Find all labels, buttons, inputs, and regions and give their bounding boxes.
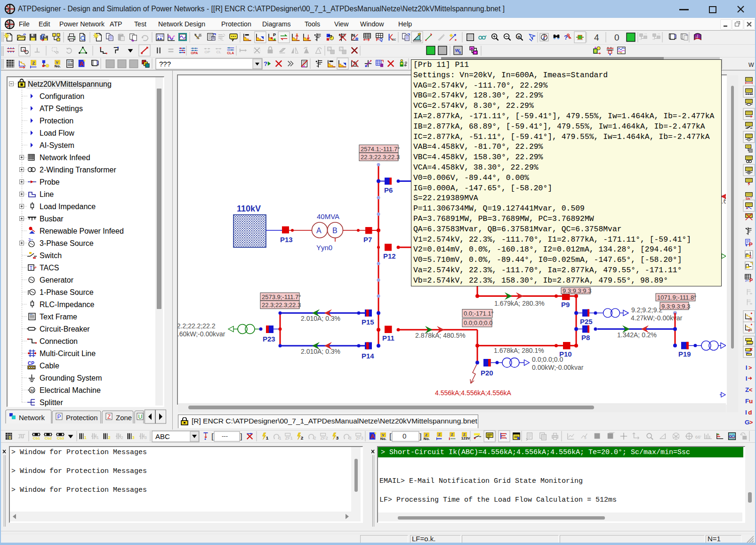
- svg-text:P15: P15: [362, 318, 374, 326]
- svg-text:Z: Z: [745, 386, 749, 393]
- svg-text:No.: No.: [424, 437, 430, 441]
- svg-text:Cb2: Cb2: [45, 436, 52, 440]
- svg-text:1: 1: [84, 435, 87, 440]
- svg-text:1.679kA; 280.3%: 1.679kA; 280.3%: [494, 300, 545, 307]
- svg-text:P11: P11: [382, 334, 394, 342]
- svg-text:2.010A; 0.3%: 2.010A; 0.3%: [301, 315, 340, 322]
- svg-text:22.3;22.3;22.3: 22.3;22.3;22.3: [262, 301, 301, 309]
- svg-text:40MVA: 40MVA: [317, 212, 339, 220]
- svg-text:Cb1: Cb1: [33, 436, 40, 440]
- svg-text:0.0;0.0;0.0: 0.0;0.0;0.0: [464, 319, 492, 326]
- svg-text:1071.9;-111.8°: 1071.9;-111.8°: [657, 294, 697, 301]
- svg-text:3: 3: [145, 435, 147, 440]
- svg-text:P7: P7: [363, 236, 372, 244]
- svg-text:ABC: ABC: [155, 432, 170, 440]
- svg-text:2.878kA; 480.5%: 2.878kA; 480.5%: [415, 332, 466, 339]
- svg-text:9.3;9.3;9.3: 9.3;9.3;9.3: [661, 303, 690, 310]
- svg-text:P8: P8: [581, 334, 590, 342]
- svg-text:[: [: [389, 432, 392, 441]
- svg-text:2: 2: [749, 254, 752, 259]
- svg-text:P20: P20: [481, 369, 493, 377]
- svg-text:2↑: 2↑: [748, 328, 752, 333]
- svg-text:ZF2: ZF2: [321, 436, 328, 440]
- svg-text:I: I: [746, 375, 748, 382]
- svg-text:Z: Z: [451, 432, 453, 437]
- svg-text:66': 66': [695, 434, 701, 439]
- svg-text:1: 1: [266, 435, 269, 440]
- svg-text:1.678kA; 280.1%: 1.678kA; 280.1%: [494, 347, 544, 354]
- svg-text:22.2;22.2;22.2: 22.2;22.2;22.2: [173, 322, 216, 330]
- svg-text:0: 0: [402, 432, 406, 440]
- svg-text:0.0;0.0;0.0: 0.0;0.0;0.0: [532, 356, 563, 363]
- svg-text:2: 2: [314, 436, 316, 440]
- svg-text:<: <: [749, 387, 752, 393]
- svg-text:1: 1: [279, 436, 281, 440]
- svg-text:3: 3: [132, 435, 135, 440]
- svg-text:No.: No.: [380, 437, 386, 441]
- svg-text:I: I: [745, 409, 747, 416]
- svg-text:ZF3: ZF3: [356, 436, 363, 440]
- svg-text:2: 2: [121, 435, 123, 440]
- svg-text:9.2;9.2;9.2: 9.2;9.2;9.2: [631, 306, 662, 314]
- svg-text:>: >: [748, 365, 752, 371]
- svg-text:P25: P25: [580, 317, 593, 325]
- svg-text:u: u: [749, 398, 753, 405]
- svg-text:110kV: 110kV: [237, 204, 261, 213]
- svg-text:]: ]: [419, 432, 422, 441]
- svg-text:G: G: [745, 419, 750, 426]
- svg-text:3: 3: [336, 435, 339, 440]
- svg-text:P: P: [749, 277, 753, 283]
- svg-text:A: A: [370, 433, 375, 440]
- svg-text:P13: P13: [280, 236, 293, 244]
- svg-text:[: [: [211, 432, 214, 441]
- svg-text:P9: P9: [561, 301, 570, 309]
- svg-text:>: >: [749, 419, 753, 426]
- svg-text:ZF1: ZF1: [285, 436, 293, 440]
- svg-text:Cb3: Cb3: [57, 436, 64, 440]
- svg-text:2.010A; 0.3%: 2.010A; 0.3%: [301, 348, 340, 355]
- svg-text:1: 1: [8, 435, 11, 440]
- svg-text:P14: P14: [362, 352, 374, 360]
- svg-text:I: I: [746, 364, 748, 371]
- svg-text:↓1: ↓1: [748, 317, 752, 321]
- svg-text:1: 1: [97, 435, 99, 440]
- svg-text:Z: Z: [438, 432, 441, 437]
- svg-text:Yyn0: Yyn0: [316, 244, 332, 252]
- svg-text:4.60kW;-0.00kvar: 4.60kW;-0.00kvar: [174, 330, 225, 338]
- svg-text:z<: z<: [745, 278, 749, 283]
- svg-text:]: ]: [240, 432, 242, 441]
- svg-text:P19: P19: [678, 350, 691, 358]
- svg-text:2: 2: [301, 435, 304, 440]
- svg-text:P23: P23: [263, 335, 275, 343]
- svg-text:P: P: [749, 241, 753, 247]
- svg-text:3: 3: [349, 436, 352, 440]
- svg-text:d: d: [748, 409, 752, 416]
- svg-text:0.0;-171.1°: 0.0;-171.1°: [464, 310, 494, 317]
- svg-text:2573.9;-111.7°: 2573.9;-111.7°: [262, 293, 301, 301]
- svg-text:---: ---: [222, 432, 228, 439]
- svg-text:4.556kA;4.556kA;4.556kA: 4.556kA;4.556kA;4.556kA: [435, 389, 512, 397]
- svg-text:B: B: [332, 227, 338, 235]
- svg-text:P6: P6: [384, 186, 393, 194]
- svg-text:A: A: [316, 227, 322, 235]
- svg-text:0.00kW;-0.00kvar: 0.00kW;-0.00kvar: [532, 364, 584, 371]
- svg-text:9.3;9.3;9.3: 9.3;9.3;9.3: [563, 287, 591, 294]
- svg-text:22.3;22.3;22.3: 22.3;22.3;22.3: [361, 154, 400, 161]
- svg-text:1.342A; 0.2%: 1.342A; 0.2%: [617, 331, 657, 339]
- svg-text:2: 2: [108, 435, 111, 440]
- svg-text:5: 5: [584, 436, 587, 440]
- svg-text:P12: P12: [383, 252, 396, 260]
- svg-text:123V: 123V: [461, 436, 471, 440]
- svg-text:2574.1;-111.7°: 2574.1;-111.7°: [361, 146, 400, 153]
- svg-text:F: F: [745, 398, 749, 405]
